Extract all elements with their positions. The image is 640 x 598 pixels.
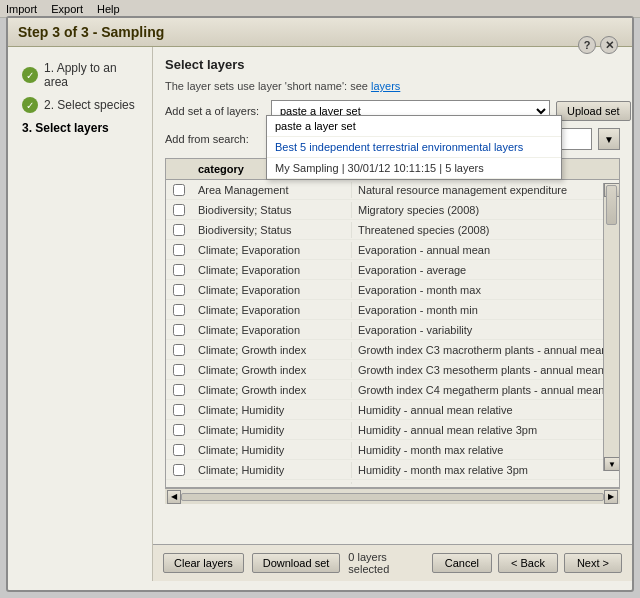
row-category: Climate; Evaporation bbox=[192, 322, 352, 338]
search-button[interactable]: ▼ bbox=[598, 128, 620, 150]
row-checkbox-cell bbox=[166, 402, 192, 418]
row-checkbox[interactable] bbox=[173, 264, 185, 276]
row-category: Climate; Humidity bbox=[192, 482, 352, 485]
row-checkbox[interactable] bbox=[173, 324, 185, 336]
row-category: Climate; Growth index bbox=[192, 342, 352, 358]
table-row: Climate; Growth indexGrowth index C3 mac… bbox=[166, 340, 619, 360]
col-check-header bbox=[166, 159, 192, 179]
row-checkbox-cell bbox=[166, 182, 192, 198]
row-name: Evaporation - month min bbox=[352, 302, 619, 318]
row-name: Humidity - month max relative bbox=[352, 442, 619, 458]
row-checkbox-cell bbox=[166, 382, 192, 398]
row-category: Climate; Evaporation bbox=[192, 302, 352, 318]
window-title: Step 3 of 3 - Sampling bbox=[8, 18, 632, 47]
row-checkbox-cell bbox=[166, 282, 192, 298]
dropdown-option-3[interactable]: My Sampling | 30/01/12 10:11:15 | 5 laye… bbox=[267, 158, 561, 179]
row-name: Evaporation - month max bbox=[352, 282, 619, 298]
row-name: Evaporation - variability bbox=[352, 322, 619, 338]
row-category: Biodiversity; Status bbox=[192, 222, 352, 238]
sidebar-item-apply-area[interactable]: ✓ 1. Apply to an area bbox=[16, 57, 144, 93]
row-category: Area Management bbox=[192, 182, 352, 198]
dropdown-overlay: paste a layer set Best 5 independent ter… bbox=[266, 115, 562, 180]
row-checkbox[interactable] bbox=[173, 204, 185, 216]
sidebar-item-select-species[interactable]: ✓ 2. Select species bbox=[16, 93, 144, 117]
table-row: Biodiversity; StatusMigratory species (2… bbox=[166, 200, 619, 220]
row-checkbox[interactable] bbox=[173, 424, 185, 436]
row-category: Climate; Humidity bbox=[192, 462, 352, 478]
row-name: Growth index C3 macrotherm plants - annu… bbox=[352, 342, 619, 358]
row-checkbox-cell bbox=[166, 222, 192, 238]
table-row: Climate; HumidityHumidity - month max re… bbox=[166, 460, 619, 480]
table-row: Climate; HumidityHumidity - month min re… bbox=[166, 480, 619, 484]
scroll-left-arrow[interactable]: ◀ bbox=[167, 490, 181, 504]
row-name: Humidity - annual mean relative bbox=[352, 402, 619, 418]
dropdown-option-1[interactable]: paste a layer set bbox=[267, 116, 561, 137]
row-name: Threatened species (2008) bbox=[352, 222, 619, 238]
table-row: Climate; EvaporationEvaporation - month … bbox=[166, 280, 619, 300]
row-checkbox-cell bbox=[166, 262, 192, 278]
table-row: Climate; HumidityHumidity - month max re… bbox=[166, 440, 619, 460]
row-checkbox[interactable] bbox=[173, 444, 185, 456]
row-category: Climate; Evaporation bbox=[192, 242, 352, 258]
dropdown-option-2[interactable]: Best 5 independent terrestrial environme… bbox=[267, 137, 561, 158]
upload-set-button[interactable]: Upload set bbox=[556, 101, 631, 121]
layers-table: category name Area ManagementNatural res… bbox=[165, 158, 620, 488]
row-checkbox-cell bbox=[166, 202, 192, 218]
add-from-search-label: Add from search: bbox=[165, 133, 265, 145]
row-checkbox[interactable] bbox=[173, 404, 185, 416]
table-row: Area ManagementNatural resource manageme… bbox=[166, 180, 619, 200]
sidebar-label-3: 3. Select layers bbox=[22, 121, 109, 135]
table-row: Climate; EvaporationEvaporation - month … bbox=[166, 300, 619, 320]
main-window: Step 3 of 3 - Sampling ? ✕ ✓ 1. Apply to… bbox=[6, 16, 634, 592]
table-row: Climate; EvaporationEvaporation - annual… bbox=[166, 240, 619, 260]
row-checkbox-cell bbox=[166, 482, 192, 485]
row-name: Humidity - month min relative bbox=[352, 482, 619, 485]
menu-export[interactable]: Export bbox=[51, 3, 83, 15]
row-checkbox[interactable] bbox=[173, 344, 185, 356]
row-checkbox[interactable] bbox=[173, 364, 185, 376]
sidebar: ✓ 1. Apply to an area ✓ 2. Select specie… bbox=[8, 47, 153, 581]
sidebar-label-1: 1. Apply to an area bbox=[44, 61, 138, 89]
cancel-button[interactable]: Cancel bbox=[432, 553, 492, 573]
row-name: Growth index C4 megatherm plants - annua… bbox=[352, 382, 619, 398]
menu-help[interactable]: Help bbox=[97, 3, 120, 15]
row-name: Humidity - annual mean relative 3pm bbox=[352, 422, 619, 438]
content-area: ✓ 1. Apply to an area ✓ 2. Select specie… bbox=[8, 47, 632, 581]
back-button[interactable]: < Back bbox=[498, 553, 558, 573]
row-checkbox[interactable] bbox=[173, 284, 185, 296]
row-checkbox[interactable] bbox=[173, 384, 185, 396]
sidebar-item-select-layers[interactable]: 3. Select layers bbox=[16, 117, 144, 139]
row-checkbox[interactable] bbox=[173, 484, 185, 485]
row-checkbox[interactable] bbox=[173, 224, 185, 236]
table-row: Climate; Growth indexGrowth index C4 meg… bbox=[166, 380, 619, 400]
row-checkbox[interactable] bbox=[173, 184, 185, 196]
sidebar-label-2: 2. Select species bbox=[44, 98, 135, 112]
scroll-thumb[interactable] bbox=[606, 185, 617, 225]
row-name: Migratory species (2008) bbox=[352, 202, 619, 218]
download-set-button[interactable]: Download set bbox=[252, 553, 341, 573]
row-category: Biodiversity; Status bbox=[192, 202, 352, 218]
row-checkbox[interactable] bbox=[173, 304, 185, 316]
scroll-track[interactable] bbox=[181, 493, 604, 501]
scroll-right-arrow[interactable]: ▶ bbox=[604, 490, 618, 504]
row-checkbox-cell bbox=[166, 242, 192, 258]
horizontal-scroll-area: ◀ ▶ bbox=[165, 488, 620, 504]
row-category: Climate; Growth index bbox=[192, 382, 352, 398]
next-button[interactable]: Next > bbox=[564, 553, 622, 573]
nav-buttons: Cancel < Back Next > bbox=[432, 553, 622, 573]
row-category: Climate; Humidity bbox=[192, 402, 352, 418]
info-text: The layer sets use layer 'short name': s… bbox=[165, 80, 620, 92]
row-category: Climate; Growth index bbox=[192, 362, 352, 378]
row-checkbox[interactable] bbox=[173, 464, 185, 476]
vertical-scrollbar[interactable]: ▲ ▼ bbox=[603, 183, 619, 471]
row-checkbox[interactable] bbox=[173, 244, 185, 256]
table-row: Climate; EvaporationEvaporation - averag… bbox=[166, 260, 619, 280]
clear-layers-button[interactable]: Clear layers bbox=[163, 553, 244, 573]
row-checkbox-cell bbox=[166, 302, 192, 318]
scroll-down-arrow[interactable]: ▼ bbox=[604, 457, 620, 471]
layers-link[interactable]: layers bbox=[371, 80, 400, 92]
row-name: Natural resource management expenditure bbox=[352, 182, 619, 198]
row-checkbox-cell bbox=[166, 322, 192, 338]
table-row: Biodiversity; StatusThreatened species (… bbox=[166, 220, 619, 240]
menu-import[interactable]: Import bbox=[6, 3, 37, 15]
